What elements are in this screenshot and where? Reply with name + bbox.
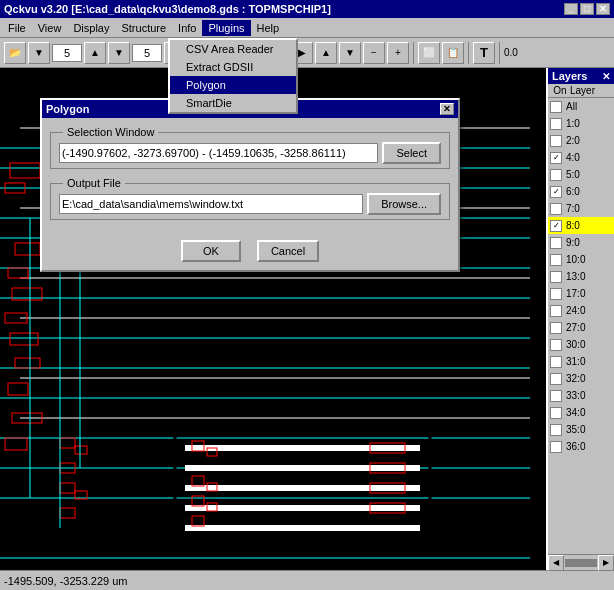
menu-display[interactable]: Display [67, 20, 115, 36]
scroll-track[interactable] [565, 559, 597, 567]
layer-checkbox[interactable] [550, 118, 562, 130]
scroll-right-button[interactable]: ▶ [598, 555, 614, 571]
layer-row: 4:0 [548, 149, 614, 166]
layer-row: 9:0 [548, 234, 614, 251]
layer-checkbox[interactable] [550, 424, 562, 436]
layer-checkbox[interactable] [550, 390, 562, 402]
separator4 [499, 42, 500, 64]
menu-help[interactable]: Help [251, 20, 286, 36]
main-area: Polygon ✕ Selection Window Select Out [0, 68, 614, 570]
layer-name: 33:0 [566, 390, 585, 401]
text-button[interactable]: T [473, 42, 495, 64]
layer-row: 2:0 [548, 132, 614, 149]
select-button[interactable]: Select [382, 142, 441, 164]
polygon-dialog: Polygon ✕ Selection Window Select Out [40, 98, 460, 272]
layer-name: 32:0 [566, 373, 585, 384]
layer-checkbox[interactable] [550, 339, 562, 351]
layer-row: 17:0 [548, 285, 614, 302]
scroll-left-button[interactable]: ◀ [548, 555, 564, 571]
cancel-button[interactable]: Cancel [257, 240, 319, 262]
layer-name: 9:0 [566, 237, 580, 248]
close-button[interactable]: ✕ [596, 3, 610, 15]
layers-title: Layers [552, 70, 587, 82]
layer-checkbox[interactable] [550, 203, 562, 215]
zoom-minus-button[interactable]: − [363, 42, 385, 64]
layer-checkbox[interactable] [550, 186, 562, 198]
menu-polygon[interactable]: Polygon [170, 76, 296, 94]
layer-name: 34:0 [566, 407, 585, 418]
separator3 [468, 42, 469, 64]
paste-button[interactable]: 📋 [442, 42, 464, 64]
col-on-label: On [550, 85, 570, 96]
grid1-input[interactable] [52, 44, 82, 62]
menu-csv-reader[interactable]: CSV Area Reader [170, 40, 296, 58]
layer-name: 24:0 [566, 305, 585, 316]
layers-header: Layers ✕ [548, 68, 614, 84]
title-bar: Qckvu v3.20 [E:\cad_data\qckvu3\demo8.gd… [0, 0, 614, 18]
menu-info[interactable]: Info [172, 20, 202, 36]
layer-name: 31:0 [566, 356, 585, 367]
layer-name: 6:0 [566, 186, 580, 197]
open-button[interactable]: 📂 [4, 42, 26, 64]
layer-checkbox[interactable] [550, 254, 562, 266]
app-title: Qckvu v3.20 [E:\cad_data\qckvu3\demo8.gd… [4, 3, 331, 15]
layer-row: 35:0 [548, 421, 614, 438]
up-button[interactable]: ▲ [315, 42, 337, 64]
layer-checkbox[interactable] [550, 169, 562, 181]
layer-checkbox[interactable] [550, 152, 562, 164]
layer-name: 35:0 [566, 424, 585, 435]
layer-row: 5:0 [548, 166, 614, 183]
menu-extract-gdsii[interactable]: Extract GDSII [170, 58, 296, 76]
grid1-down[interactable]: ▼ [108, 42, 130, 64]
layer-checkbox[interactable] [550, 322, 562, 334]
minimize-button[interactable]: _ [564, 3, 578, 15]
toolbar: 📂 ▼ ▲ ▼ ▲ ▼ 📏 🏠 ◀ ▶ ▲ ▼ − + ⬜ 📋 T 0.0 [0, 38, 614, 68]
layer-checkbox[interactable] [550, 407, 562, 419]
layers-scrollbar: ◀ ▶ [548, 554, 614, 570]
layers-column-header: On Layer [548, 84, 614, 98]
layer-row: 13:0 [548, 268, 614, 285]
layer-checkbox[interactable] [550, 135, 562, 147]
down-button[interactable]: ▼ [339, 42, 361, 64]
plus-button[interactable]: + [387, 42, 409, 64]
menu-plugins[interactable]: Plugins [202, 20, 250, 36]
layers-list: All1:02:04:05:06:07:08:09:010:013:017:02… [548, 98, 614, 554]
layer-checkbox[interactable] [550, 220, 562, 232]
menu-smartdie[interactable]: SmartDie [170, 94, 296, 112]
output-file-row: Browse... [59, 193, 441, 215]
layer-checkbox[interactable] [550, 101, 562, 113]
grid1-up[interactable]: ▲ [84, 42, 106, 64]
file-path-input[interactable] [59, 194, 363, 214]
layer-checkbox[interactable] [550, 305, 562, 317]
dialog-content: Selection Window Select Output File Brow… [42, 118, 458, 236]
layer-checkbox[interactable] [550, 237, 562, 249]
status-bar: -1495.509, -3253.229 um [0, 570, 614, 590]
dialog-close-button[interactable]: ✕ [440, 103, 454, 115]
layers-close-button[interactable]: ✕ [602, 71, 610, 82]
layer-name: 7:0 [566, 203, 580, 214]
modal-overlay: Polygon ✕ Selection Window Select Out [0, 68, 546, 570]
layer-checkbox[interactable] [550, 356, 562, 368]
menu-view[interactable]: View [32, 20, 68, 36]
copy-button[interactable]: ⬜ [418, 42, 440, 64]
ok-button[interactable]: OK [181, 240, 241, 262]
layer-checkbox[interactable] [550, 288, 562, 300]
layer-name: 30:0 [566, 339, 585, 350]
canvas-area[interactable]: Polygon ✕ Selection Window Select Out [0, 68, 546, 570]
layer-name: 4:0 [566, 152, 580, 163]
menu-file[interactable]: File [2, 20, 32, 36]
window-controls: _ □ ✕ [564, 3, 610, 15]
layer-row: 8:0 [548, 217, 614, 234]
layer-checkbox[interactable] [550, 271, 562, 283]
coordinates-input[interactable] [59, 143, 378, 163]
grid2-input[interactable] [132, 44, 162, 62]
browse-button[interactable]: Browse... [367, 193, 441, 215]
maximize-button[interactable]: □ [580, 3, 594, 15]
layer-checkbox[interactable] [550, 441, 562, 453]
layer-row: 31:0 [548, 353, 614, 370]
layers-panel: Layers ✕ On Layer All1:02:04:05:06:07:08… [546, 68, 614, 570]
dialog-title: Polygon [46, 103, 89, 115]
filter-button[interactable]: ▼ [28, 42, 50, 64]
menu-structure[interactable]: Structure [115, 20, 172, 36]
layer-checkbox[interactable] [550, 373, 562, 385]
